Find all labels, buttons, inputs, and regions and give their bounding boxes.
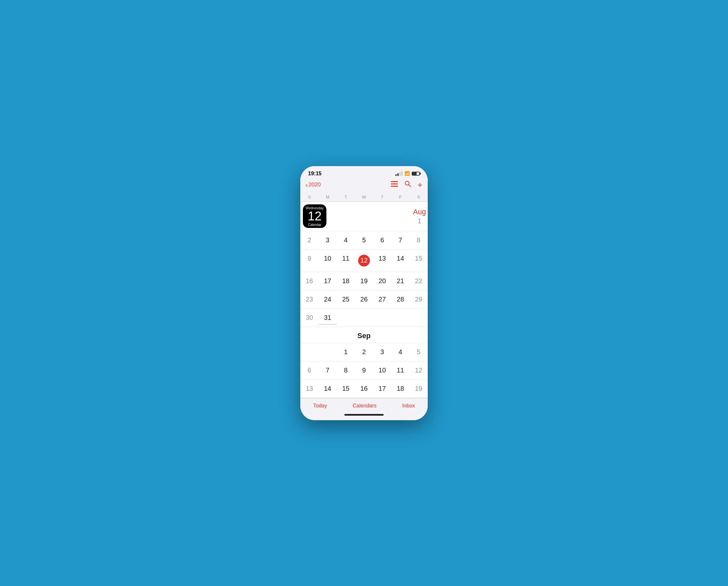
sep-10[interactable]: 10	[373, 363, 391, 377]
calendar-wrapper: S M T W T F S Wednesday 12 Calendar	[300, 193, 428, 398]
sep-5[interactable]: 5	[410, 345, 428, 359]
aug-31[interactable]: 31	[318, 311, 337, 325]
sep-16[interactable]: 16	[355, 382, 373, 396]
phone-frame: 19:15 📶 ‹ 2020	[300, 166, 428, 420]
aug-19[interactable]: 19	[355, 274, 373, 288]
aug-3[interactable]: 3	[318, 233, 337, 247]
status-time: 19:15	[308, 171, 321, 177]
aug-5[interactable]: 5	[355, 233, 373, 247]
aug-17[interactable]: 17	[318, 274, 337, 288]
aug-20[interactable]: 20	[373, 274, 391, 288]
svg-rect-0	[391, 181, 398, 182]
tab-inbox[interactable]: Inbox	[396, 401, 421, 410]
sep-empty-2	[318, 345, 337, 359]
aug-4[interactable]: 4	[337, 233, 355, 247]
empty-aug-4	[391, 311, 410, 325]
aug-2[interactable]: 2	[300, 233, 318, 247]
aug-header-row: Wednesday 12 Calendar Aug 1	[300, 202, 428, 231]
aug-30[interactable]: 30	[300, 311, 318, 325]
aug-8[interactable]: 8	[410, 233, 428, 247]
aug-18[interactable]: 18	[337, 274, 355, 288]
aug-24[interactable]: 24	[318, 292, 337, 307]
sep-17[interactable]: 17	[373, 382, 391, 396]
calendar-app-icon[interactable]: Wednesday 12 Calendar	[300, 202, 329, 230]
status-bar: 19:15 📶	[300, 166, 428, 178]
aug-23[interactable]: 23	[300, 292, 318, 307]
aug-9[interactable]: 9	[300, 251, 318, 270]
aug-6[interactable]: 6	[373, 233, 391, 247]
svg-rect-1	[391, 184, 398, 185]
nav-bar: ‹ 2020 +	[300, 178, 428, 193]
sep-1[interactable]: 1	[337, 345, 355, 359]
aug-row-23: 23 24 25 26 27 28 29	[300, 290, 428, 309]
aug-26[interactable]: 26	[355, 292, 373, 307]
aug-day-1[interactable]: 1	[418, 216, 421, 225]
aug-row-30: 30 31	[300, 309, 428, 327]
sep-3[interactable]: 3	[373, 345, 391, 359]
sep-empty-1	[300, 345, 318, 359]
aug-row-16: 16 17 18 19 20 21 22	[300, 272, 428, 290]
svg-point-3	[405, 181, 409, 185]
svg-rect-2	[391, 186, 398, 187]
svg-line-4	[409, 185, 411, 187]
sep-8[interactable]: 8	[337, 363, 355, 377]
dow-tue: T	[337, 194, 355, 200]
aug-27[interactable]: 27	[373, 292, 391, 307]
wifi-icon: 📶	[405, 171, 410, 176]
aug-13[interactable]: 13	[373, 251, 391, 270]
app-icon-day: 12	[308, 210, 321, 222]
battery-icon	[412, 172, 420, 176]
sep-6[interactable]: 6	[300, 363, 318, 377]
aug-22[interactable]: 22	[410, 274, 428, 288]
sep-9[interactable]: 9	[355, 363, 373, 377]
empty-aug-1	[337, 311, 355, 325]
aug-16[interactable]: 16	[300, 274, 318, 288]
aug-month-label: Aug	[413, 207, 426, 216]
status-icons: 📶	[395, 171, 420, 176]
empty-aug-2	[355, 311, 373, 325]
sep-12[interactable]: 12	[410, 363, 428, 377]
dow-fri: F	[391, 194, 410, 200]
sep-14[interactable]: 14	[318, 382, 337, 396]
dow-thu: T	[373, 194, 391, 200]
sep-4[interactable]: 4	[391, 345, 410, 359]
sep-11[interactable]: 11	[391, 363, 410, 377]
back-button[interactable]: ‹ 2020	[306, 181, 321, 189]
search-icon[interactable]	[405, 180, 411, 189]
aug-1-cell: Aug 1	[411, 205, 428, 227]
dow-sun: S	[300, 194, 318, 200]
tab-calendars[interactable]: Calendars	[346, 401, 383, 410]
aug-25[interactable]: 25	[337, 292, 355, 307]
aug-10[interactable]: 10	[318, 251, 337, 270]
aug-28[interactable]: 28	[391, 292, 410, 307]
app-icon-label: Calendar	[308, 223, 321, 227]
aug-29[interactable]: 29	[410, 292, 428, 307]
aug-row-2: 2 3 4 5 6 7 8	[300, 231, 428, 249]
aug-7[interactable]: 7	[391, 233, 410, 247]
aug-11[interactable]: 11	[337, 251, 355, 270]
nav-actions: +	[391, 180, 422, 190]
sep-month-label: Sep	[300, 327, 428, 343]
sep-19[interactable]: 19	[410, 382, 428, 396]
sep-15[interactable]: 15	[337, 382, 355, 396]
home-bar	[344, 414, 384, 416]
aug-12-today[interactable]: 12	[355, 251, 373, 270]
sep-18[interactable]: 18	[391, 382, 410, 396]
day-of-week-header: S M T W T F S	[300, 193, 428, 202]
back-label: 2020	[308, 181, 321, 188]
sep-row-13: 13 14 15 16 17 18 19	[300, 380, 428, 398]
list-icon[interactable]	[391, 181, 398, 189]
tab-today[interactable]: Today	[307, 401, 334, 410]
aug-15[interactable]: 15	[410, 251, 428, 270]
add-icon[interactable]: +	[418, 180, 422, 190]
aug-21[interactable]: 21	[391, 274, 410, 288]
dow-sat: S	[410, 194, 428, 200]
sep-row-6: 6 7 8 9 10 11 12	[300, 361, 428, 380]
sep-13[interactable]: 13	[300, 382, 318, 396]
sep-2[interactable]: 2	[355, 345, 373, 359]
empty-aug-5	[410, 311, 428, 325]
sep-7[interactable]: 7	[318, 363, 337, 377]
chevron-left-icon: ‹	[306, 181, 308, 189]
signal-bars-icon	[395, 171, 402, 176]
aug-14[interactable]: 14	[391, 251, 410, 270]
